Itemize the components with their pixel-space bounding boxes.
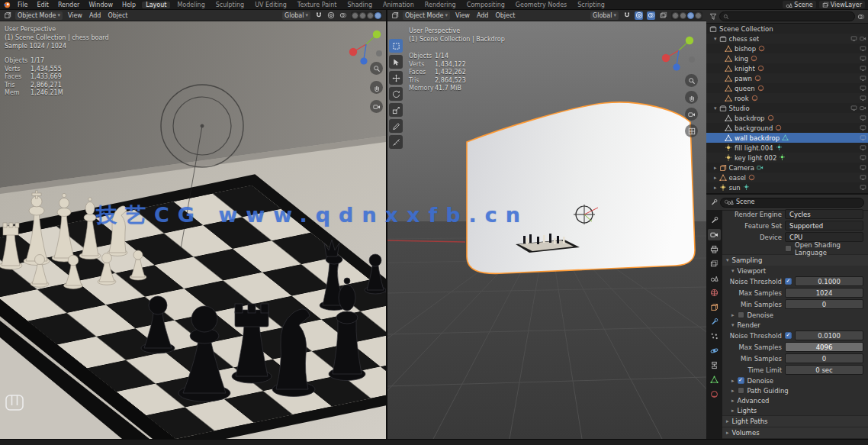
subpanel-advanced[interactable]: ▸ Advanced [722,395,868,405]
snap-magnet-icon[interactable] [622,11,631,20]
tool-annotate[interactable] [389,119,403,133]
outliner-row-bishop[interactable]: bishop [706,44,868,53]
max-samples-field[interactable]: 4096 [785,342,863,352]
menu-object[interactable]: Object [493,12,516,19]
collapse-caret-icon[interactable]: ▾ [714,105,717,111]
gizmo-toggle-icon[interactable] [635,11,643,20]
outliner-row-pawn[interactable]: pawn [706,73,868,83]
workspace-tab-sculpting[interactable]: Sculpting [212,2,248,8]
mode-dropdown[interactable]: Object Mode▾ [15,11,63,20]
tab-world[interactable] [708,287,721,298]
menu-help[interactable]: Help [119,2,139,8]
zoom-button[interactable] [370,62,383,75]
menu-render[interactable]: Render [55,2,82,8]
tab-render[interactable] [708,229,721,240]
tab-material[interactable] [708,389,721,400]
outliner-row-scene-collection[interactable]: Scene Collection [706,24,868,34]
hide-in-viewport-icon[interactable] [860,144,866,151]
feature-set-dropdown[interactable]: Supported [785,221,863,231]
subpanel-lights[interactable]: ▸ Lights [722,405,868,415]
hide-in-viewport-icon[interactable] [860,164,866,171]
workspace-tab-scripting[interactable]: Scripting [574,2,609,8]
hide-in-viewport-icon[interactable] [860,174,866,181]
shading-material-button[interactable] [687,12,694,19]
orthographic-toggle-button[interactable] [685,124,698,137]
outliner-row-key-light[interactable]: key light 002 [706,153,868,163]
disable-in-render-icon[interactable] [860,35,866,42]
tool-cursor[interactable] [389,55,403,69]
tab-scene[interactable] [708,272,721,284]
blender-logo-icon[interactable] [3,1,11,9]
outliner-row-backdrop[interactable]: backdrop [706,113,868,123]
noise-threshold-field[interactable]: 0.0100 [795,331,863,340]
workspace-tab-geometry-nodes[interactable]: Geometry Nodes [512,2,571,8]
view-layer-selector[interactable]: ViewLayer [819,1,865,8]
editor-type-icon[interactable] [4,11,11,19]
panel-volumes[interactable]: ▸ Volumes [722,427,868,438]
osl-checkbox[interactable] [785,245,792,252]
hide-in-viewport-icon[interactable] [850,105,857,111]
shading-solid-button[interactable] [359,12,366,19]
outliner-row-easel[interactable]: ▸ easel [706,173,868,182]
menu-object[interactable]: Object [106,12,129,19]
hide-in-viewport-icon[interactable] [860,65,866,72]
tab-output[interactable] [708,243,721,255]
max-samples-field[interactable]: 1024 [785,288,863,298]
hide-in-viewport-icon[interactable] [860,114,866,121]
menu-edit[interactable]: Edit [34,2,52,8]
collapse-caret-icon[interactable]: ▾ [714,36,717,42]
camera-view-button[interactable] [685,108,698,121]
outliner-row-camera[interactable]: ▸ Camera [706,163,868,173]
workspace-tab-rendering[interactable]: Rendering [421,2,460,8]
hide-in-viewport-icon[interactable] [860,184,866,191]
menu-file[interactable]: File [14,2,31,8]
shading-wireframe-button[interactable] [672,12,679,19]
overlays-icon[interactable] [339,11,347,20]
outliner-row-sun[interactable]: ▸ sun [706,182,868,192]
proportional-editing-icon[interactable] [326,11,335,20]
workspace-tab-uv-editing[interactable]: UV Editing [251,2,291,8]
tab-view-layer[interactable] [708,258,721,269]
outliner-row-studio[interactable]: ▾ Studio [706,103,868,113]
outliner-row-king[interactable]: king [706,53,868,63]
camera-view-button[interactable] [370,100,383,113]
tool-scale[interactable] [389,103,403,117]
workspace-tab-shading[interactable]: Shading [343,2,376,8]
hide-in-viewport-icon[interactable] [860,124,866,131]
workspace-tab-animation[interactable]: Animation [379,2,418,8]
expand-caret-icon[interactable]: ▸ [714,165,717,171]
tab-particles[interactable] [708,331,721,342]
outliner-row-knight[interactable]: knight [706,63,868,73]
subpanel-viewport-denoise[interactable]: ▸ Denoise [722,310,868,320]
shading-wireframe-button[interactable] [352,12,358,19]
workspace-tab-texture-paint[interactable]: Texture Paint [294,2,341,8]
noise-threshold-field[interactable]: 0.1000 [795,276,863,286]
hide-in-viewport-icon[interactable] [860,75,866,82]
transform-orientation-dropdown[interactable]: Global▾ [590,11,619,20]
xray-icon[interactable] [659,11,667,20]
pan-hand-button[interactable] [370,81,383,94]
noise-threshold-checkbox[interactable]: ✓ [785,332,792,339]
filter-funnel-icon[interactable] [709,13,717,21]
shading-material-button[interactable] [367,12,374,19]
outliner-row-background[interactable]: background [706,123,868,133]
expand-caret-icon[interactable]: ▸ [714,185,717,191]
subpanel-render-denoise[interactable]: ▸ ✓ Denoise [722,376,868,385]
snap-magnet-icon[interactable] [314,11,323,20]
hide-in-viewport-icon[interactable] [860,154,866,161]
tool-select-box[interactable] [389,39,403,53]
tab-constraints[interactable] [708,360,721,371]
denoise-checkbox[interactable]: ✓ [738,377,744,384]
menu-view[interactable]: View [66,12,84,19]
overlays-icon[interactable] [647,11,655,20]
expand-caret-icon[interactable]: ▸ [714,175,717,181]
outliner-row-rook[interactable]: rook [706,93,868,103]
menu-window[interactable]: Window [85,2,116,8]
panel-light-paths[interactable]: ▸ Light Paths [722,415,868,427]
tool-move[interactable] [389,71,403,85]
outliner-row-chess-set[interactable]: ▾ chess set [706,34,868,44]
render-engine-dropdown[interactable]: Cycles [785,209,863,219]
min-samples-field[interactable]: 0 [785,353,863,363]
tool-measure[interactable] [389,135,403,149]
path-guiding-checkbox[interactable] [738,387,744,394]
